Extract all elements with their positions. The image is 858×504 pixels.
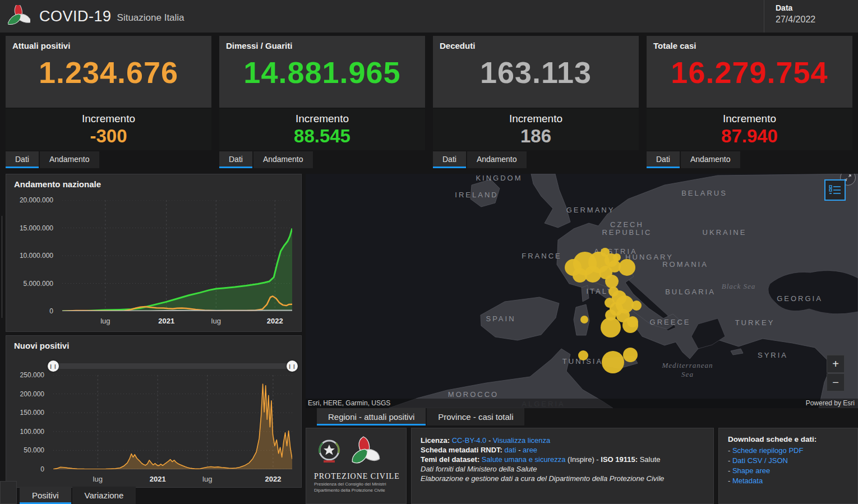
region-bubble[interactable] — [602, 351, 624, 373]
card-value: 16.279.754 — [647, 55, 852, 90]
tab-andamento[interactable]: Andamento — [253, 151, 313, 168]
y-tick-label: 10.000.000 — [20, 252, 53, 260]
tab-dati[interactable]: Dati — [6, 151, 39, 168]
link[interactable]: aree — [523, 446, 537, 454]
download-link[interactable]: Dati CSV / JSON — [732, 456, 788, 465]
protezione-civile-title: PROTEZIONE CIVILE — [314, 472, 406, 481]
y-tick-label: 50.000 — [24, 446, 44, 454]
tab-strip-corner — [0, 481, 17, 504]
link[interactable]: Visualizza licenza — [493, 436, 550, 445]
download-link[interactable]: Shape aree — [732, 466, 770, 475]
zoom-out-button[interactable]: − — [827, 373, 845, 391]
time-range-slider[interactable]: ❙❙ ❙❙ — [53, 363, 292, 369]
slider-handle-left[interactable]: ❙❙ — [48, 360, 59, 372]
tab-dati[interactable]: Dati — [433, 151, 466, 168]
tab-province-casi-totali[interactable]: Province - casi totali — [427, 408, 524, 426]
y-tick-label: 100.000 — [20, 428, 44, 436]
info-line: Scheda metadati RNDT: dati - aree — [421, 445, 704, 455]
increment-label: Incremento — [433, 109, 639, 125]
x-tick-label: 2022 — [267, 317, 283, 325]
tab-andamento[interactable]: Andamento — [467, 151, 527, 168]
card-deceduti: Deceduti 163.113 Incremento 186 Dati And… — [433, 36, 639, 168]
increment-value: 88.545 — [219, 126, 425, 147]
info-line: Dati forniti dal Ministero della Salute — [421, 464, 704, 474]
card-totale-casi: Totale casi 16.279.754 Incremento 87.940… — [647, 36, 852, 168]
tab-dati[interactable]: Dati — [647, 151, 680, 168]
download-link[interactable]: Metadata — [732, 477, 763, 485]
andamento-chart — [62, 200, 292, 311]
license-info-lines: Licenza: CC-BY-4.0 - Visualizza licenzaS… — [421, 436, 704, 483]
increment-value: -300 — [6, 126, 211, 147]
download-item: - Metadata — [728, 476, 848, 486]
dipartimento-line: Dipartimento della Protezione Civile — [314, 487, 406, 493]
tab-regioni-attuali-positivi[interactable]: Regioni - attuali positivi — [317, 408, 426, 426]
tab-dati[interactable]: Dati — [219, 151, 252, 168]
link[interactable]: dati — [505, 446, 516, 454]
region-bubble[interactable] — [619, 259, 635, 276]
x-tick-label: 2021 — [158, 317, 174, 325]
dash: - — [728, 456, 732, 465]
download-item: - Shape aree — [728, 466, 848, 476]
region-bubble[interactable] — [623, 348, 638, 362]
x-axis-labels: lug2021lug2022 — [53, 475, 292, 486]
dashboard: COVID-19 Situazione Italia Data 27/4/202… — [0, 0, 858, 504]
region-bubble[interactable] — [584, 266, 601, 283]
region-bubble[interactable] — [622, 317, 638, 333]
y-tick-label: 15.000.000 — [20, 224, 53, 232]
x-tick-label: 2022 — [265, 475, 281, 483]
tab-variazione[interactable]: Variazione — [72, 487, 136, 504]
presidenza-line: Presidenza del Consiglio dei Ministri — [314, 481, 406, 487]
scrollbar-track[interactable] — [2, 216, 2, 318]
slider-handle-right[interactable]: ❙❙ — [287, 360, 298, 372]
region-bubble[interactable] — [631, 300, 642, 311]
tab-andamento[interactable]: Andamento — [681, 151, 740, 168]
x-axis-labels: lug2021lug2022 — [62, 317, 292, 328]
text: Scheda metadati RNDT: — [421, 446, 505, 454]
x-tick-label: lug — [211, 317, 221, 325]
italy-emblem-icon — [314, 436, 344, 466]
increment-label: Incremento — [6, 109, 211, 125]
download-links: - Schede riepilogo PDF- Dati CSV / JSON-… — [728, 446, 848, 486]
download-item: - Dati CSV / JSON — [728, 456, 848, 466]
link[interactable]: CC-BY-4.0 — [452, 436, 487, 445]
tab-andamento[interactable]: Andamento — [40, 151, 99, 168]
region-bubble[interactable] — [605, 275, 619, 288]
card-title: Totale casi — [653, 41, 696, 50]
y-tick-label: 250.000 — [20, 371, 44, 379]
text: - — [486, 436, 493, 445]
x-tick-label: lug — [202, 475, 212, 483]
date-label: Data — [776, 3, 858, 12]
slider-track[interactable] — [53, 363, 292, 369]
download-item: - Schede riepilogo PDF — [728, 446, 848, 456]
chart-title: Nuovi positivi — [14, 341, 69, 350]
text: Licenza: — [421, 436, 452, 445]
text: Elaborazione e gestione dati a cura del … — [421, 474, 664, 483]
text: Temi del dataset: — [421, 455, 482, 464]
card-title: Deceduti — [440, 41, 475, 50]
region-bubble[interactable] — [578, 350, 588, 360]
region-bubble[interactable] — [580, 316, 588, 323]
region-bubble[interactable] — [601, 248, 610, 257]
x-tick-label: lug — [93, 475, 103, 483]
europe-map[interactable]: KINGDOMIRELANDGERMANYBELARUSCZECHREPUBLI… — [306, 174, 858, 408]
legend-list-icon — [829, 184, 841, 196]
zoom-in-button[interactable]: + — [827, 355, 845, 373]
card-value: 163.113 — [433, 55, 639, 90]
map-zoom-controls: + − — [827, 355, 845, 391]
dash: - — [728, 477, 732, 485]
x-tick-label: 2021 — [150, 475, 166, 483]
region-bubble[interactable] — [601, 317, 621, 337]
page-title: COVID-19 — [39, 8, 112, 25]
download-link[interactable]: Schede riepilogo PDF — [732, 446, 803, 455]
region-bubbles[interactable] — [306, 174, 858, 408]
link[interactable]: Salute umana e sicurezza — [482, 455, 566, 464]
chart-title: Andamento nazionale — [14, 179, 101, 189]
region-bubble[interactable] — [613, 253, 621, 261]
legend-button[interactable] — [824, 179, 846, 201]
info-line: Elaborazione e gestione dati a cura del … — [421, 474, 704, 483]
text: Dati forniti dal Ministero della Salute — [421, 465, 537, 473]
tab-positivi[interactable]: Positivi — [20, 487, 71, 504]
andamento-nazionale-panel: Andamento nazionale 20.000.00015.000.000… — [6, 174, 302, 332]
text: - — [516, 446, 523, 454]
text: Salute — [640, 455, 661, 464]
